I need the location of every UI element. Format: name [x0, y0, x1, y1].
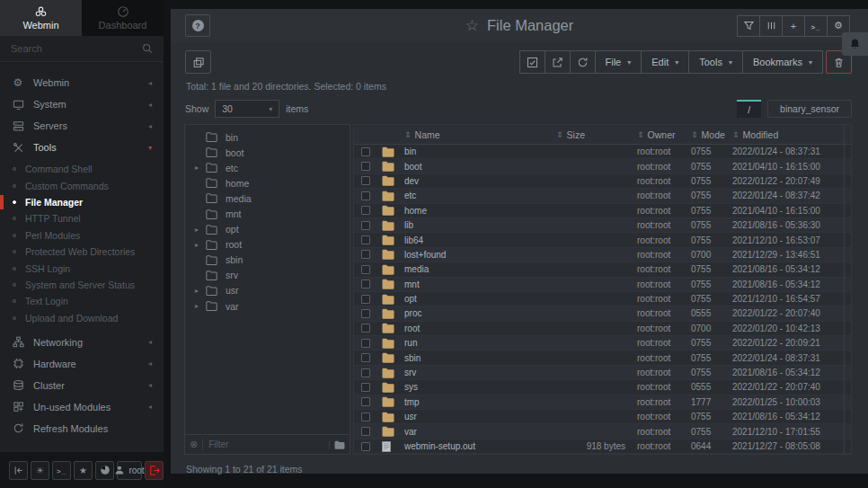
column-header-name[interactable]: ⇕Name — [404, 129, 556, 140]
page-size-select[interactable]: 30 ▾ — [215, 100, 279, 118]
row-checkbox[interactable] — [361, 265, 370, 274]
tree-item-sbin[interactable]: sbin — [185, 253, 350, 268]
sidebar-item-servers[interactable]: Servers◂ — [0, 115, 164, 137]
table-row[interactable]: rootroot:root07002022/01/20 - 10:42:13 — [354, 322, 851, 336]
row-checkbox[interactable] — [361, 397, 370, 406]
table-row[interactable]: tmproot:root17772022/01/25 - 10:00:03 — [354, 395, 851, 410]
expand-arrow-icon[interactable]: ▸ — [195, 287, 206, 295]
usage-stats-button[interactable] — [95, 461, 114, 480]
table-row[interactable]: runroot:root07552022/01/22 - 20:09:21 — [354, 336, 851, 350]
row-checkbox[interactable] — [361, 279, 370, 288]
expand-arrow-icon[interactable]: ▸ — [195, 226, 206, 234]
tree-item-home[interactable]: home — [185, 175, 350, 191]
column-header-modified[interactable]: ⇕Modified — [732, 129, 844, 140]
tree-item-media[interactable]: media — [185, 191, 350, 206]
table-row[interactable]: sbinroot:root07552022/01/24 - 08:37:31 — [354, 350, 851, 365]
terminal-button[interactable]: >_ — [804, 15, 828, 37]
tree-item-etc[interactable]: ▸etc — [185, 160, 350, 175]
refresh-button[interactable] — [570, 50, 596, 74]
row-checkbox[interactable] — [361, 368, 370, 377]
sidebar-item-text-login[interactable]: Text Login — [0, 293, 164, 309]
column-header-mode[interactable]: ⇕Mode — [691, 129, 732, 140]
tree-item-var[interactable]: ▸var — [185, 298, 350, 314]
sidebar-item-custom-commands[interactable]: Custom Commands — [0, 177, 164, 193]
file-name-link[interactable]: var — [404, 427, 556, 437]
tree-item-boot[interactable]: boot — [185, 145, 350, 160]
favorites-button[interactable]: ★ — [74, 461, 93, 480]
row-checkbox[interactable] — [361, 353, 370, 362]
table-row[interactable]: bootroot:root07552021/04/10 - 16:15:00 — [354, 159, 851, 173]
file-name-link[interactable]: mnt — [404, 279, 556, 289]
table-row[interactable]: lib64root:root07552021/12/10 - 16:53:07 — [354, 233, 851, 247]
row-checkbox[interactable] — [361, 221, 370, 230]
table-scrollbar[interactable] — [844, 125, 851, 454]
tree-item-srv[interactable]: srv — [185, 268, 350, 283]
file-name-link[interactable]: lost+found — [404, 250, 556, 260]
sidebar-item-refresh-modules[interactable]: Refresh Modules — [0, 418, 164, 439]
sidebar-item-upload-and-download[interactable]: Upload and Download — [0, 310, 164, 326]
row-checkbox[interactable] — [361, 206, 370, 215]
user-button[interactable]: root — [117, 461, 142, 480]
sidebar-item-webmin[interactable]: ⚙Webmin◂ — [0, 72, 164, 93]
table-row[interactable]: procroot:root05552022/01/22 - 20:07:40 — [354, 306, 851, 321]
file-name-link[interactable]: webmin-setup.out — [404, 441, 556, 451]
row-checkbox[interactable] — [361, 442, 370, 451]
table-row[interactable]: libroot:root07552021/08/16 - 05:36:30 — [354, 218, 851, 233]
file-name-link[interactable]: proc — [404, 308, 556, 318]
tab-dashboard[interactable]: Dashboard — [82, 0, 164, 36]
file-name-link[interactable]: media — [404, 264, 556, 274]
tree-item-usr[interactable]: ▸usr — [185, 283, 350, 298]
tree-item-opt[interactable]: ▸opt — [185, 222, 350, 237]
column-header-owner[interactable]: ⇕Owner — [637, 129, 691, 140]
file-name-link[interactable]: root — [404, 324, 556, 333]
breadcrumb-root[interactable]: / — [737, 100, 761, 118]
file-name-link[interactable]: boot — [404, 162, 556, 172]
file-name-link[interactable]: etc — [404, 191, 556, 200]
sidebar-item-cluster[interactable]: Cluster◂ — [0, 375, 164, 396]
logout-button[interactable] — [145, 461, 164, 480]
table-row[interactable]: mediaroot:root07552021/08/16 - 05:34:12 — [354, 262, 851, 277]
tree-folder-button[interactable] — [329, 440, 345, 449]
sidebar-item-hardware[interactable]: Hardware◂ — [0, 353, 164, 375]
edit-menu-button[interactable]: Edit▾ — [641, 50, 689, 74]
row-checkbox[interactable] — [361, 235, 370, 244]
table-row[interactable]: devroot:root07552022/01/22 - 20:07:49 — [354, 174, 851, 189]
theme-toggle-button[interactable]: ☀ — [31, 461, 49, 480]
paste-buffer-button[interactable] — [185, 50, 211, 74]
table-row[interactable]: optroot:root07552021/12/10 - 16:54:57 — [354, 292, 851, 306]
file-name-link[interactable]: home — [404, 206, 556, 216]
row-checkbox[interactable] — [361, 324, 370, 333]
row-checkbox[interactable] — [361, 295, 370, 304]
table-row[interactable]: webmin-setup.out918 bytesroot:root064420… — [354, 439, 851, 454]
row-checkbox[interactable] — [361, 147, 370, 156]
file-name-link[interactable]: tmp — [404, 397, 556, 407]
table-row[interactable]: usrroot:root07552021/08/16 - 05:34:12 — [354, 410, 851, 424]
column-header-size[interactable]: ⇕Size — [556, 129, 637, 140]
sidebar-item-command-shell[interactable]: Command Shell — [0, 161, 164, 177]
shell-button[interactable]: >_ — [52, 461, 71, 480]
file-menu-button[interactable]: File▾ — [595, 50, 642, 74]
row-checkbox[interactable] — [361, 383, 370, 392]
tree-item-root[interactable]: ▸root — [185, 237, 350, 253]
table-row[interactable]: homeroot:root07552021/04/10 - 16:15:00 — [354, 204, 851, 218]
collapse-sidebar-button[interactable] — [9, 461, 28, 480]
filter-button[interactable] — [737, 15, 760, 37]
tree-filter-input[interactable] — [203, 439, 329, 449]
filter-clear-icon[interactable]: ⊗ — [190, 439, 203, 450]
row-checkbox[interactable] — [361, 162, 370, 171]
notifications-button[interactable] — [842, 32, 868, 56]
row-checkbox[interactable] — [361, 309, 370, 318]
sidebar-item-perl-modules[interactable]: Perl Modules — [0, 227, 164, 244]
columns-button[interactable] — [759, 15, 783, 37]
share-button[interactable] — [545, 50, 571, 74]
file-name-link[interactable]: sys — [404, 382, 556, 392]
bookmarks-menu-button[interactable]: Bookmarks▾ — [742, 50, 823, 74]
row-checkbox[interactable] — [361, 413, 370, 421]
row-checkbox[interactable] — [361, 427, 370, 436]
file-name-link[interactable]: usr — [404, 412, 556, 421]
table-row[interactable]: etcroot:root07552022/01/24 - 08:37:42 — [354, 189, 851, 203]
sidebar-item-tools[interactable]: Tools▾ — [0, 137, 164, 158]
help-button[interactable]: ? — [185, 14, 210, 37]
table-row[interactable]: sysroot:root05552022/01/22 - 20:07:40 — [354, 380, 851, 395]
sidebar-item-ssh-login[interactable]: SSH Login — [0, 260, 164, 276]
